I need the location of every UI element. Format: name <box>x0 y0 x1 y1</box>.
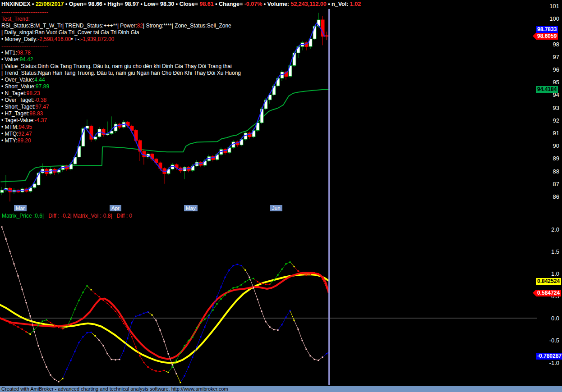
oscillator-a-line-marker <box>83 292 84 293</box>
oscillator-b-line-marker <box>42 356 43 358</box>
oscillator-b-line <box>221 277 225 287</box>
oscillator-a-line-marker <box>147 366 149 368</box>
oscillator-b-line-marker <box>78 342 80 343</box>
chip-arrow-icon <box>533 33 536 39</box>
oscillator-a-line-marker <box>58 327 60 328</box>
oscillator-a-line-marker <box>217 303 218 305</box>
oscillator-b-line-marker <box>18 275 19 277</box>
oscillator-a-line-marker <box>172 366 173 368</box>
oscillator-a-line-marker <box>66 326 68 328</box>
oscillator-a-line-marker <box>298 270 299 272</box>
oscillator-b-line <box>306 349 310 356</box>
oscillator-a-line-marker <box>180 352 181 353</box>
oscillator-b-line-marker <box>164 341 165 342</box>
oscillator-a-line <box>168 367 172 372</box>
oscillator-b-line <box>38 346 42 357</box>
last-value-chip: 0.842524 <box>536 278 561 285</box>
oscillator-b-line-marker <box>26 302 27 303</box>
oscillator-a-line-marker <box>50 322 51 323</box>
oscillator-b-line <box>10 251 14 264</box>
oscillator-a-line-marker <box>87 285 88 287</box>
axis-tick: 101 <box>539 3 559 9</box>
oscillator-b-line-marker <box>38 345 39 346</box>
oscillator-b-line-marker <box>184 375 185 377</box>
oscillator-b-line-marker <box>298 328 299 330</box>
oscillator-b-line <box>298 329 302 341</box>
oscillator-b-line <box>180 376 184 383</box>
oscillator-a-line-marker <box>74 309 76 310</box>
axis-tick: 88 <box>539 168 559 175</box>
oscillator-a-line-marker <box>204 319 206 320</box>
oscillator-b-line-marker <box>217 296 218 297</box>
oscillator-a-line-marker <box>168 372 169 373</box>
oscillator-b-line-marker <box>111 359 112 360</box>
oscillator-a-line-marker <box>196 327 198 328</box>
oscillator-b-line-marker <box>99 340 100 341</box>
oscillator-b-line <box>160 330 164 342</box>
axis-tick: 95 <box>539 79 559 86</box>
chart-canvas[interactable] <box>0 0 562 386</box>
oscillator-a-line-marker <box>70 318 72 319</box>
oscillator-b-line <box>286 310 290 317</box>
oscillator-b-line <box>278 325 282 330</box>
oscillator-b-line <box>184 367 189 376</box>
oscillator-b-line <box>201 327 205 337</box>
matrix-red-line <box>0 273 328 359</box>
oscillator-b-line-marker <box>95 335 96 337</box>
oscillator-a-line-marker <box>261 283 263 284</box>
status-bar: Created with AmiBroker - advanced charti… <box>0 386 562 392</box>
oscillator-a-line-marker <box>143 362 145 363</box>
oscillator-b-line <box>67 360 71 369</box>
oscillator-a-line-marker <box>176 360 177 361</box>
oscillator-a-line-marker <box>152 369 153 370</box>
oscillator-a-line-marker <box>225 294 226 296</box>
oscillator-b-line-marker <box>62 378 64 379</box>
oscillator-b-line-marker <box>123 350 124 351</box>
oscillator-a-line-marker <box>265 284 267 285</box>
oscillator-b-line <box>2 227 6 239</box>
oscillator-b-line-marker <box>91 332 92 333</box>
oscillator-b-line <box>152 315 156 320</box>
oscillator-a-line-marker <box>30 333 31 335</box>
crosshair-cursor-line <box>328 9 330 385</box>
oscillator-b-line-marker <box>115 359 116 360</box>
oscillator-b-line <box>63 369 67 378</box>
oscillator-b-line <box>262 311 266 322</box>
oscillator-a-line-marker <box>164 370 165 371</box>
oscillator-b-line-marker <box>253 287 254 288</box>
green-ma-line <box>1 90 329 182</box>
oscillator-b-line-marker <box>200 336 202 337</box>
oscillator-a-line-marker <box>318 273 319 274</box>
oscillator-b-line-marker <box>310 355 311 356</box>
oscillator-b-line-marker <box>188 366 189 368</box>
oscillator-b-line-marker <box>152 315 153 316</box>
last-value-chip: -0.780287 <box>536 353 562 360</box>
oscillator-a-line-marker <box>241 284 242 286</box>
oscillator-b-line-marker <box>74 351 76 352</box>
oscillator-b-line-marker <box>180 382 181 383</box>
oscillator-b-line-marker <box>314 359 315 360</box>
oscillator-a-line-marker <box>188 340 189 341</box>
oscillator-b-line-marker <box>9 251 11 252</box>
oscillator-a-line-marker <box>9 322 11 324</box>
oscillator-a-line-marker <box>221 298 222 300</box>
oscillator-b-line-marker <box>229 269 230 271</box>
oscillator-b-line-marker <box>14 263 15 264</box>
oscillator-a-line-marker <box>322 278 323 280</box>
oscillator-b-line-marker <box>265 321 267 322</box>
oscillator-b-line <box>75 342 79 351</box>
oscillator-a-line-marker <box>18 326 19 328</box>
oscillator-a-line-marker <box>62 328 64 329</box>
oscillator-a-line-marker <box>14 324 15 325</box>
oscillator-b-line <box>103 346 107 354</box>
oscillator-b-line <box>302 340 306 349</box>
candle-body <box>0 190 4 193</box>
chip-arrow-icon <box>533 290 536 296</box>
oscillator-b-line <box>225 270 229 278</box>
oscillator-a-line-marker <box>156 370 157 372</box>
oscillator-b-line-marker <box>192 356 193 358</box>
oscillator-a-line-marker <box>54 324 55 326</box>
oscillator-b-line-marker <box>156 319 157 321</box>
oscillator-a-line <box>79 292 83 301</box>
oscillator-b-line-marker <box>318 360 319 361</box>
